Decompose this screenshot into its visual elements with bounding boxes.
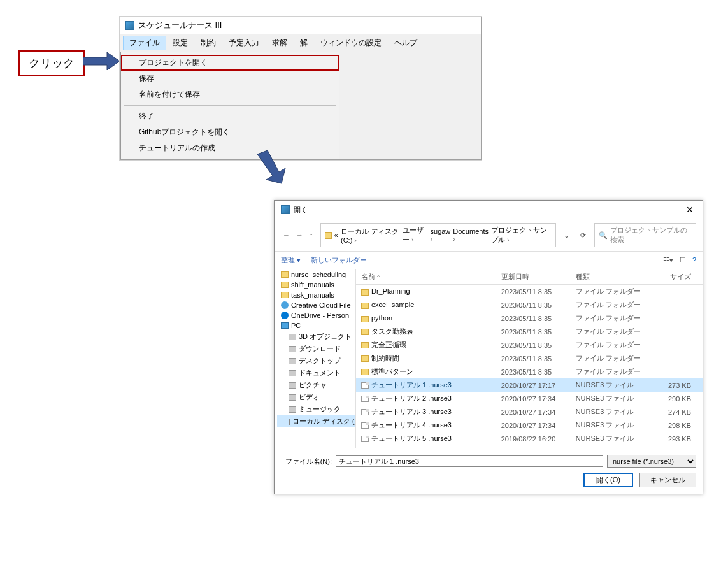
menu-create-tutorial[interactable]: チュートリアルの作成 [121, 140, 339, 156]
breadcrumb-item[interactable]: ローカル ディスク (C:) [341, 227, 400, 244]
file-row[interactable]: チュートリアル 1 .nurse32020/10/27 17:17NURSE3 … [356, 378, 703, 392]
arrow-icon-2 [254, 150, 288, 185]
file-row[interactable]: 完全正循環2023/05/11 8:35ファイル フォルダー [356, 338, 703, 352]
nav-sidebar: nurse_schedulingshift_manualstask_manual… [275, 269, 356, 448]
file-row[interactable]: チュートリアル 2 .nurse32020/10/27 17:34NURSE3 … [356, 392, 703, 405]
sidebar-item-label: ビデオ [299, 392, 320, 402]
breadcrumb-item[interactable]: プロジェクトサンプル [491, 226, 549, 245]
sidebar-item[interactable]: Creative Cloud File [277, 300, 355, 310]
file-row[interactable]: チュートリアル 4 .nurse32020/10/27 17:34NURSE3 … [356, 419, 703, 432]
generic-icon [289, 382, 296, 389]
folder-icon [361, 289, 369, 296]
sidebar-item[interactable]: ダウンロード [277, 343, 355, 355]
sidebar-item-label: PC [291, 322, 301, 329]
file-list: 名前 ^ 更新日時 種類 サイズ Dr_Planning2023/05/11 8… [356, 269, 703, 448]
breadcrumb-prefix: « [334, 231, 338, 239]
generic-icon [289, 358, 296, 364]
nav-up-icon[interactable]: ↑ [308, 231, 315, 239]
sidebar-item[interactable]: PC [277, 320, 355, 331]
preview-pane-icon[interactable]: ☐ [680, 256, 686, 264]
generic-icon [289, 394, 296, 401]
sidebar-item-label: ダウンロード [299, 344, 341, 354]
cancel-button[interactable]: キャンセル [639, 473, 696, 487]
sidebar-item[interactable]: ビデオ [277, 391, 355, 403]
col-type[interactable]: 種類 [571, 269, 657, 285]
file-row[interactable]: チュートリアル 6 .nurse32020/06/08 13:52NURSE3 … [356, 445, 703, 448]
menu-settings[interactable]: 設定 [166, 36, 194, 50]
cloud-icon [281, 301, 289, 309]
folder-icon [361, 355, 369, 362]
menu-help[interactable]: ヘルプ [388, 36, 424, 50]
sidebar-item-label: ミュージック [299, 405, 341, 414]
sidebar-item-label: ピクチャ [299, 380, 327, 390]
sidebar-item[interactable]: ミュージック [277, 403, 355, 415]
folder-icon [361, 369, 369, 375]
menu-open-github[interactable]: Githubプロジェクトを開く [121, 124, 339, 140]
view-options-icon[interactable]: ☷▾ [663, 256, 673, 264]
sidebar-item[interactable]: ピクチャ [277, 379, 355, 391]
menu-exit[interactable]: 終了 [121, 108, 339, 124]
col-name[interactable]: 名前 ^ [356, 269, 496, 285]
new-folder-button[interactable]: 新しいフォルダー [311, 255, 367, 265]
filename-input[interactable] [336, 455, 603, 467]
file-row[interactable]: excel_sample2023/05/11 8:35ファイル フォルダー [356, 298, 703, 312]
file-dropdown: プロジェクトを開く 保存 名前を付けて保存 終了 Githubプロジェクトを開く… [120, 52, 339, 159]
sidebar-item-label: nurse_scheduling [291, 271, 346, 278]
help-icon[interactable]: ? [692, 256, 696, 264]
breadcrumb-item[interactable]: ユーザー [403, 226, 428, 245]
titlebar: スケジュールナース III [120, 17, 481, 34]
file-row[interactable]: チュートリアル 3 .nurse32020/10/27 17:34NURSE3 … [356, 405, 703, 419]
menu-window[interactable]: ウィンドウの設定 [314, 36, 388, 50]
chevron-down-icon[interactable]: ⌄ [561, 231, 572, 240]
close-icon[interactable]: ✕ [686, 204, 696, 215]
sidebar-item[interactable]: ドキュメント [277, 367, 355, 379]
sidebar-item[interactable]: デスクトップ [277, 355, 355, 367]
file-row[interactable]: python2023/05/11 8:35ファイル フォルダー [356, 312, 703, 325]
svg-marker-0 [83, 52, 120, 70]
menu-solution[interactable]: 解 [294, 36, 314, 50]
svg-marker-1 [257, 150, 285, 183]
sidebar-item-label: shift_manuals [291, 281, 334, 289]
sidebar-item[interactable]: ローカル ディスク (C [277, 415, 355, 427]
app-icon [125, 21, 134, 30]
sidebar-item-label: OneDrive - Person [291, 312, 349, 319]
menu-file[interactable]: ファイル [123, 36, 166, 50]
menu-schedule[interactable]: 予定入力 [222, 36, 266, 50]
menu-open-project[interactable]: プロジェクトを開く [121, 55, 339, 71]
file-row[interactable]: チュートリアル 5 .nurse32019/08/22 16:20NURSE3 … [356, 432, 703, 445]
nurse3-icon [361, 382, 369, 389]
file-row[interactable]: 標準パターン2023/05/11 8:35ファイル フォルダー [356, 365, 703, 378]
menu-constraint[interactable]: 制約 [194, 36, 222, 50]
breadcrumb-item[interactable]: Documents [453, 227, 489, 243]
nurse3-icon [361, 409, 369, 415]
sidebar-item[interactable]: OneDrive - Person [277, 310, 355, 320]
sidebar-item[interactable]: task_manuals [277, 290, 355, 300]
nav-forward-icon[interactable]: → [294, 231, 305, 239]
sidebar-item-label: Creative Cloud File [291, 301, 351, 309]
sidebar-item[interactable]: nurse_scheduling [277, 269, 355, 280]
menu-save[interactable]: 保存 [121, 71, 339, 87]
filename-label: ファイル名(N): [281, 457, 332, 466]
breadcrumb[interactable]: « ローカル ディスク (C:) ユーザー sugaw Documents プロ… [320, 223, 557, 247]
organize-button[interactable]: 整理 ▾ [281, 255, 301, 265]
arrow-icon-1 [83, 52, 121, 70]
sidebar-item[interactable]: shift_manuals [277, 280, 355, 290]
nav-back-icon[interactable]: ← [281, 231, 292, 239]
file-row[interactable]: Dr_Planning2023/05/11 8:35ファイル フォルダー [356, 285, 703, 299]
search-input[interactable]: 🔍 プロジェクトサンプルの検索 [594, 223, 696, 247]
menu-save-as[interactable]: 名前を付けて保存 [121, 87, 339, 103]
open-button[interactable]: 開く(O) [583, 473, 633, 487]
breadcrumb-item[interactable]: sugaw [431, 227, 451, 243]
sidebar-item[interactable]: 3D オブジェクト [277, 331, 355, 343]
menubar: ファイル 設定 制約 予定入力 求解 解 ウィンドウの設定 ヘルプ [120, 34, 481, 52]
col-date[interactable]: 更新日時 [496, 269, 571, 285]
nurse3-icon [361, 436, 369, 442]
menu-solve[interactable]: 求解 [266, 36, 294, 50]
filetype-select[interactable]: nurse file (*.nurse3) [607, 455, 696, 468]
refresh-icon[interactable]: ⟳ [577, 231, 589, 240]
sidebar-item-label: task_manuals [291, 291, 334, 299]
file-row[interactable]: 制約時間2023/05/11 8:35ファイル フォルダー [356, 352, 703, 365]
folder-icon [361, 329, 369, 335]
col-size[interactable]: サイズ [657, 269, 703, 285]
file-row[interactable]: タスク勤務表2023/05/11 8:35ファイル フォルダー [356, 325, 703, 338]
